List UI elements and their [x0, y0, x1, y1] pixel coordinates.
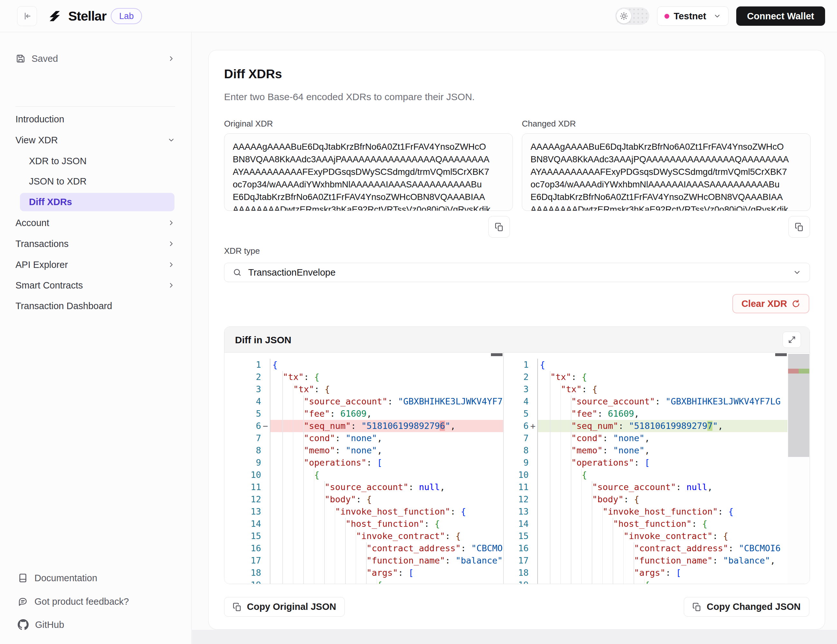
- diff-sash[interactable]: [503, 353, 504, 584]
- page-title: Diff XDRs: [224, 67, 282, 81]
- diff-line: 13"invoke_host_function": {: [504, 506, 788, 518]
- copy-icon: [795, 222, 804, 232]
- line-number: 19: [224, 579, 270, 584]
- copy-changed-json-label: Copy Changed JSON: [707, 601, 801, 612]
- line-number: 10: [224, 469, 270, 481]
- sidebar-item-saved[interactable]: Saved: [15, 48, 175, 69]
- save-icon: [15, 53, 26, 64]
- page-bottom-band: [192, 630, 837, 644]
- chevron-right-icon: [167, 240, 175, 248]
- line-number: 8: [504, 444, 537, 457]
- sidebar-item-account[interactable]: Account: [15, 212, 175, 233]
- line-number: 14: [504, 518, 537, 530]
- diff-line: 13"invoke_host_function": {: [224, 506, 503, 518]
- diff-line: 11"source_account": null,: [224, 481, 503, 493]
- diff-line: 16"contract_address": "CBCMOI6: [504, 542, 788, 554]
- line-number: 4: [504, 396, 537, 407]
- changed-xdr-input[interactable]: AAAAAgAAAABuE6DqJtabKrzBfrNo6A0Zt1FrFAV4…: [522, 133, 811, 211]
- copy-original-json-label: Copy Original JSON: [247, 601, 336, 612]
- overview-added-mark: [799, 369, 809, 373]
- copy-changed-xdr-button[interactable]: [788, 216, 810, 238]
- header-actions: Testnet Connect Wallet: [615, 0, 825, 32]
- diff-line: 7"cond": "none",: [224, 432, 503, 444]
- sidebar-footer-documentation[interactable]: Documentation: [18, 568, 175, 588]
- sidebar-item-transaction-dashboard[interactable]: Transaction Dashboard: [15, 296, 175, 316]
- diff-in-json-panel: Diff in JSON 1{2"tx": {3"tx": {4"source_…: [224, 327, 810, 584]
- line-number: 11: [224, 481, 270, 493]
- theme-toggle[interactable]: [615, 7, 649, 25]
- xdr-type-label: XDR type: [224, 246, 260, 256]
- sidebar-item-diff-xdrs-active[interactable]: Diff XDRs: [20, 193, 174, 211]
- line-number: 12: [224, 493, 270, 506]
- xdr-type-value: TransactionEnvelope: [248, 267, 786, 278]
- chevron-right-icon: [167, 219, 175, 227]
- diff-panel-header: Diff in JSON: [224, 327, 810, 353]
- chevron-right-icon: [167, 261, 175, 269]
- sidebar-item-json-to-xdr[interactable]: JSON to XDR: [15, 171, 175, 192]
- line-number: 1: [504, 359, 537, 371]
- right-pane-scroll-handle[interactable]: [775, 353, 787, 356]
- sidebar-item-view-xdr[interactable]: View XDR: [15, 130, 175, 150]
- xdr-type-select[interactable]: TransactionEnvelope: [224, 263, 810, 282]
- diff-line: 6+"seq_num": "518106199892797",: [504, 420, 788, 432]
- book-icon: [18, 573, 28, 583]
- sidebar-item-transactions[interactable]: Transactions: [15, 233, 175, 254]
- sidebar: Saved Introduction View XDR XDR to JSON …: [0, 32, 192, 644]
- stellar-logo-icon: [46, 7, 64, 25]
- diff-line: 2"tx": {: [224, 371, 503, 383]
- chevron-right-icon: [167, 281, 175, 289]
- sidebar-item-smart-contracts[interactable]: Smart Contracts: [15, 275, 175, 296]
- sidebar-item-xdr-to-json[interactable]: XDR to JSON: [15, 151, 175, 171]
- copy-original-xdr-button[interactable]: [488, 216, 510, 238]
- copy-icon: [693, 603, 701, 611]
- network-label: Testnet: [674, 11, 706, 21]
- diff-line: 12"body": {: [504, 493, 788, 506]
- original-xdr-input[interactable]: AAAAAgAAAABuE6DqJtabKrzBfrNo6A0Zt1FrFAV4…: [224, 133, 513, 211]
- changed-xdr-label: Changed XDR: [522, 119, 576, 129]
- copy-icon: [495, 222, 504, 232]
- sidebar-item-introduction[interactable]: Introduction: [15, 109, 175, 130]
- theme-knob: [617, 9, 631, 23]
- sidebar-item-label: API Explorer: [15, 260, 167, 270]
- diff-line: 8"memo": "none",: [224, 444, 503, 457]
- collapse-icon: [23, 12, 31, 21]
- line-number: 16: [224, 542, 270, 554]
- expand-fullscreen-button[interactable]: [783, 332, 801, 348]
- line-number: 18: [504, 567, 537, 579]
- clear-xdr-button[interactable]: Clear XDR: [732, 294, 809, 313]
- line-number: 1: [224, 359, 270, 371]
- line-number: 3: [504, 383, 537, 396]
- sidebar-item-label: Account: [15, 218, 167, 228]
- connect-wallet-button[interactable]: Connect Wallet: [736, 7, 825, 26]
- line-number: 9: [504, 457, 537, 469]
- footer-label: Got product feedback?: [34, 596, 129, 607]
- line-number: 14: [224, 518, 270, 530]
- copy-original-json-button[interactable]: Copy Original JSON: [224, 597, 345, 617]
- line-number: 7: [504, 432, 537, 444]
- diff-line: 10{: [504, 469, 788, 481]
- sidebar-collapse-button[interactable]: [17, 6, 37, 26]
- sidebar-item-label: Transactions: [15, 238, 167, 249]
- line-number: 10: [504, 469, 537, 481]
- diff-line: 5"fee": 61609,: [504, 407, 788, 420]
- diff-line: 1{: [504, 359, 788, 371]
- network-selector[interactable]: Testnet: [657, 7, 729, 26]
- page-subtitle: Enter two Base-64 encoded XDRs to compar…: [224, 92, 475, 102]
- diff-line: 5"fee": 61609,: [224, 407, 503, 420]
- diff-editor[interactable]: 1{2"tx": {3"tx": {4"source_account": "GB…: [224, 353, 810, 584]
- sidebar-item-label: XDR to JSON: [29, 156, 175, 166]
- diff-line: 19{: [224, 579, 503, 584]
- sidebar-item-label: Introduction: [15, 114, 175, 125]
- copy-changed-json-button[interactable]: Copy Changed JSON: [684, 597, 809, 617]
- sidebar-item-api-explorer[interactable]: API Explorer: [15, 255, 175, 275]
- line-number: 15: [224, 530, 270, 542]
- diff-line: 2"tx": {: [504, 371, 788, 383]
- brand[interactable]: Stellar Lab: [46, 0, 142, 32]
- sidebar-footer-github[interactable]: GitHub: [18, 614, 175, 635]
- diff-line: 12"body": {: [224, 493, 503, 506]
- overview-ruler[interactable]: [788, 353, 810, 584]
- chevron-right-icon: [167, 55, 175, 62]
- sidebar-footer-feedback[interactable]: Got product feedback?: [18, 591, 175, 612]
- left-pane-scroll-handle[interactable]: [491, 353, 502, 356]
- diff-line: 18"args": [: [224, 567, 503, 579]
